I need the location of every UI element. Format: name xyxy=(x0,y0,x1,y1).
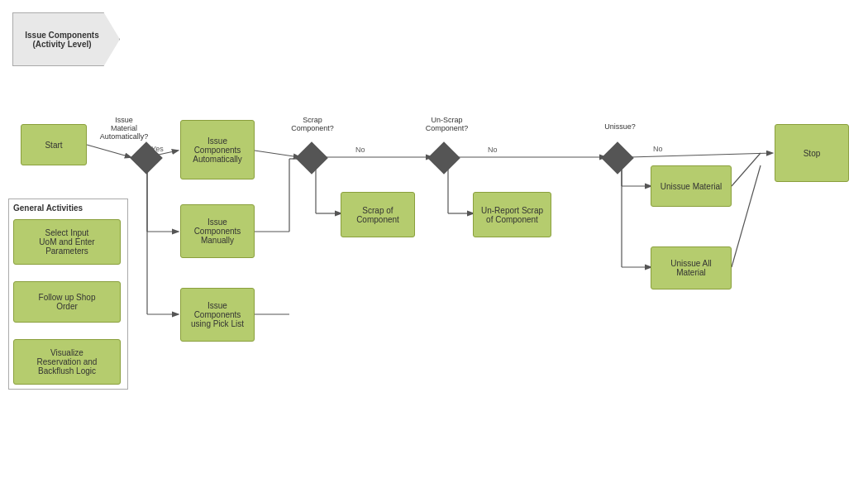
unissue-all-label: Unissue AllMaterial xyxy=(670,259,711,277)
issue-manual-box: IssueComponentsManually xyxy=(180,204,255,258)
diamond-1-label: IssueMaterialAutomatically? xyxy=(99,116,149,141)
scrap-label: Scrap ofComponent xyxy=(356,206,399,224)
sidebar-item-3-label: VisualizeReservation andBackflush Logic xyxy=(37,348,98,376)
svg-line-26 xyxy=(732,153,761,186)
issue-auto-box: IssueComponentsAutomatically xyxy=(180,120,255,179)
start-label: Start xyxy=(45,141,62,150)
scrap-box: Scrap ofComponent xyxy=(341,192,415,237)
unscrap-box: Un-Report Scrapof Component xyxy=(473,192,551,237)
issue-manual-label: IssueComponentsManually xyxy=(194,218,241,245)
stop-label: Stop xyxy=(804,149,821,158)
unscrap-label: Un-Report Scrapof Component xyxy=(481,206,543,224)
diamond-3-label: Un-ScrapComponent? xyxy=(420,116,474,132)
svg-line-20 xyxy=(630,153,772,157)
sidebar-item-2: Follow up ShopOrder xyxy=(13,281,121,323)
sidebar-item-2-label: Follow up ShopOrder xyxy=(39,293,96,311)
header-shape: Issue Components(Activity Level) xyxy=(12,12,120,66)
stop-box: Stop xyxy=(775,124,849,182)
sidebar-box: General Activities Select InputUoM and E… xyxy=(8,199,128,390)
issue-pick-label: IssueComponentsusing Pick List xyxy=(191,301,244,328)
diamond-4-label: Unissue? xyxy=(599,122,641,131)
diamond-2 xyxy=(300,146,323,170)
start-box: Start xyxy=(21,124,87,165)
diamond-2-label: ScrapComponent? xyxy=(288,116,337,132)
svg-text:No: No xyxy=(355,146,365,154)
unissue-all-box: Unissue AllMaterial xyxy=(651,246,732,289)
sidebar-item-3: VisualizeReservation andBackflush Logic xyxy=(13,339,121,385)
sidebar-item-1: Select InputUoM and EnterParameters xyxy=(13,219,121,265)
connectors-svg: Yes No No No xyxy=(0,0,868,488)
header-title: Issue Components(Activity Level) xyxy=(25,31,98,49)
diamond-4 xyxy=(606,146,629,170)
main-page: Issue Components(Activity Level) Yes xyxy=(0,0,868,488)
svg-line-7 xyxy=(255,151,299,157)
diamond-3 xyxy=(432,146,455,170)
svg-line-27 xyxy=(732,165,761,267)
unissue-mat-box: Unissue Material xyxy=(651,165,732,207)
diamond-1 xyxy=(135,146,158,170)
unissue-mat-label: Unissue Material xyxy=(661,182,722,191)
issue-auto-label: IssueComponentsAutomatically xyxy=(193,136,241,164)
sidebar-item-1-label: Select InputUoM and EnterParameters xyxy=(39,228,94,256)
issue-pick-box: IssueComponentsusing Pick List xyxy=(180,288,255,342)
svg-text:No: No xyxy=(488,146,498,154)
svg-text:No: No xyxy=(653,145,663,153)
svg-line-0 xyxy=(87,145,131,157)
sidebar-title: General Activities xyxy=(13,203,123,213)
